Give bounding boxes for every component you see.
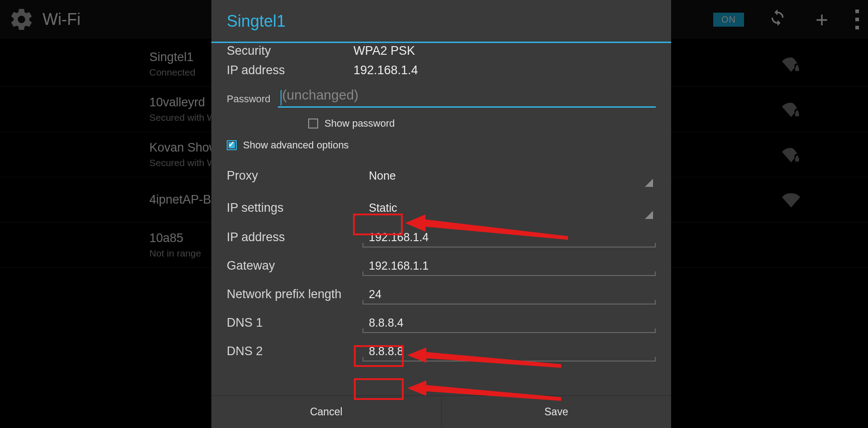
proxy-spinner[interactable]: None bbox=[362, 165, 656, 187]
show-password-checkbox[interactable] bbox=[308, 119, 318, 128]
dns1-label: DNS 1 bbox=[227, 316, 362, 330]
wifi-edit-dialog: Singtel1 Security WPA2 PSK IP address 19… bbox=[211, 0, 671, 428]
ip-address-input[interactable]: 192.168.1.4 bbox=[362, 227, 656, 247]
dns2-input[interactable]: 8.8.8.8 bbox=[362, 341, 656, 361]
ip-settings-label: IP settings bbox=[227, 201, 362, 215]
proxy-value: None bbox=[369, 169, 396, 182]
chevron-down-icon bbox=[645, 179, 653, 187]
password-placeholder: (unchanged) bbox=[282, 87, 358, 102]
dns2-label: DNS 2 bbox=[227, 344, 362, 358]
ip-settings-value: Static bbox=[369, 201, 397, 214]
save-button[interactable]: Save bbox=[441, 396, 672, 428]
prefix-length-label: Network prefix length bbox=[227, 287, 362, 301]
show-advanced-checkbox[interactable] bbox=[227, 140, 237, 150]
ip-address-field-label: IP address bbox=[227, 230, 362, 244]
dns1-input[interactable]: 8.8.8.4 bbox=[362, 313, 656, 333]
dialog-title: Singtel1 bbox=[211, 0, 671, 43]
ip-address-value: 192.168.1.4 bbox=[353, 63, 418, 77]
ip-settings-spinner[interactable]: Static bbox=[362, 197, 656, 219]
ip-address-label: IP address bbox=[227, 63, 353, 77]
password-label: Password bbox=[227, 93, 271, 108]
proxy-label: Proxy bbox=[227, 169, 362, 183]
show-advanced-label: Show advanced options bbox=[243, 139, 349, 151]
cancel-button[interactable]: Cancel bbox=[211, 396, 441, 428]
chevron-down-icon bbox=[645, 211, 653, 219]
security-label: Security bbox=[227, 44, 353, 58]
gateway-label: Gateway bbox=[227, 259, 362, 273]
prefix-length-input[interactable]: 24 bbox=[362, 284, 656, 304]
show-password-label: Show password bbox=[324, 118, 395, 129]
gateway-input[interactable]: 192.168.1.1 bbox=[362, 256, 656, 276]
security-value: WPA2 PSK bbox=[353, 44, 415, 58]
password-input[interactable]: (unchanged) bbox=[278, 86, 656, 108]
